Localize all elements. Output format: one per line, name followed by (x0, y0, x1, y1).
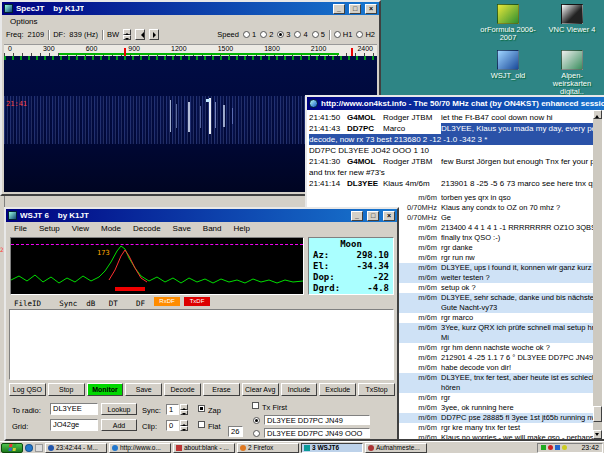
tx2-message-field[interactable]: DL3YEE DD7PC JN49 OOO (264, 428, 370, 438)
radio-icon[interactable] (334, 31, 341, 38)
menu-item[interactable]: Mode (95, 224, 127, 233)
radio-icon[interactable] (243, 31, 250, 38)
desktop-icon-vnc-viewer[interactable]: VNC Viewer 4 (542, 4, 602, 34)
zap-checkbox[interactable] (198, 405, 205, 412)
flat-checkbox[interactable] (198, 421, 205, 428)
radio-icon[interactable] (294, 31, 301, 38)
menu-item[interactable]: View (66, 224, 95, 233)
chat-message-row: 21:41:14 DL3YEE Klaus 4m/6m 213901 8 -25… (309, 178, 593, 189)
wsjt-action-button[interactable]: Erase (203, 383, 240, 396)
scroll-right-button[interactable] (149, 29, 159, 40)
task-button-firefox-group[interactable]: 2 Firefox (237, 443, 299, 453)
motorformula-icon (497, 4, 519, 24)
task-button-chat-browser[interactable]: http://www.o... (109, 443, 171, 453)
minimize-button[interactable]: _ (351, 211, 363, 221)
sync-spinner[interactable] (180, 404, 188, 415)
specjt-titlebar[interactable]: SpecJT by K1JT _ □ × (2, 2, 379, 15)
speed-radio[interactable]: 3 (277, 30, 290, 39)
start-button[interactable] (1, 443, 23, 453)
tray-icon[interactable] (548, 445, 553, 450)
scrollbar-thumb[interactable] (593, 406, 602, 422)
wsjt-titlebar[interactable]: WSJT 6 by K1JT _ □ × (6, 209, 397, 222)
desktop-icon-alpen-karten[interactable]: Alpen-weirskarten digital.. (542, 50, 602, 96)
tray-icon[interactable] (555, 445, 560, 450)
radio-icon[interactable] (260, 31, 267, 38)
maximize-button[interactable]: □ (367, 211, 379, 221)
close-button[interactable]: × (383, 211, 395, 221)
scroll-left-button[interactable] (135, 29, 145, 40)
desktop-icon-label: VNC Viewer 4 (542, 26, 602, 34)
frequency-scale[interactable]: 030060090012001500180021002400 (4, 44, 377, 56)
scroll-down-button[interactable] (593, 430, 602, 439)
desktop-icon-motorformula[interactable]: orFormula 2006-2007 (478, 4, 538, 42)
tx1-radio[interactable] (253, 417, 260, 424)
close-button[interactable]: × (365, 4, 377, 14)
wsjt-action-button[interactable]: Exclude (319, 383, 356, 396)
wsjt-action-button[interactable]: Include (281, 383, 318, 396)
menu-item[interactable]: Save (167, 224, 197, 233)
half-speed-radio[interactable]: H1 (334, 30, 353, 39)
decode-row[interactable]: 213600 2 -12 -1.0 -342 3 * DD7PC DL3YEE … (12, 311, 391, 322)
chat-message-text: rgr danke (441, 243, 593, 253)
bw-spinner[interactable] (123, 29, 131, 40)
scroll-up-button[interactable] (593, 110, 602, 119)
chat-titlebar[interactable]: http://www.on4kst.info - The 50/70 MHz c… (307, 97, 604, 110)
clip-spinner[interactable] (180, 420, 188, 431)
minimize-button[interactable]: _ (333, 4, 345, 14)
maximize-button[interactable]: □ (349, 4, 361, 14)
decode-row[interactable]: 214000 1/3 DD7PC DL3YEE JO42 1 8 (12, 366, 391, 377)
radio-icon[interactable] (277, 31, 284, 38)
wsjt-action-button[interactable]: Clear Avg (242, 383, 279, 396)
decoded-text-area[interactable]: 213600 2 -12 -1.0 -342 3 * DD7PC DL3YEE … (9, 309, 394, 380)
radio-icon[interactable] (312, 31, 319, 38)
decode-row[interactable]: 213600 2 -30 -400 2 RRR ? (12, 322, 391, 333)
menu-item[interactable]: Options (4, 17, 44, 26)
wsjt-action-button[interactable]: TxStop (358, 383, 395, 396)
task-button-about-blank[interactable]: about:blank - ... (173, 443, 235, 453)
chat-scrollbar[interactable] (593, 110, 602, 439)
wsjt-action-button[interactable]: Monitor (87, 383, 124, 396)
menu-item[interactable]: Help (228, 224, 256, 233)
decode-row[interactable] (12, 355, 391, 366)
tx2-radio[interactable] (253, 430, 260, 437)
tray-icon[interactable] (541, 445, 546, 450)
spectrum-graph[interactable]: 173 (10, 237, 304, 295)
grid-field[interactable]: JO42ge (50, 419, 98, 431)
tray-icon[interactable] (562, 445, 567, 450)
show-desktop-icon[interactable] (35, 444, 43, 452)
speed-radio[interactable]: 5 (312, 30, 325, 39)
speed-radio[interactable]: 2 (260, 30, 273, 39)
task-button-wsjt-group[interactable]: 3 WSJT6 (301, 443, 363, 453)
desktop-icon-wsjt-old[interactable]: WSJT_old (478, 50, 538, 80)
browser-page-icon (176, 445, 182, 451)
wsjt-action-button[interactable]: Log QSO (9, 383, 46, 396)
radio-icon[interactable] (356, 31, 363, 38)
menu-item[interactable]: Decode (127, 224, 167, 233)
tx1-message-field[interactable]: DL3YEE DD7PC JN49 (264, 415, 370, 425)
clip-value[interactable]: 0 (166, 420, 179, 431)
ie-quicklaunch-icon[interactable] (25, 444, 33, 452)
wsjt-action-button[interactable]: Save (125, 383, 162, 396)
waterfall-time-marker: 21:41 (6, 100, 27, 108)
decode-row[interactable]: 214000 2 -27 -398 2 73 ? (12, 344, 391, 355)
decode-row[interactable]: 213800 2 -29 -402 3 RRR ? (12, 333, 391, 344)
half-speed-radio[interactable]: H2 (356, 30, 375, 39)
menu-item[interactable]: Setup (33, 224, 66, 233)
scale-label: 2400 (357, 45, 373, 52)
speed-radio[interactable]: 4 (294, 30, 307, 39)
add-button[interactable]: Add (101, 419, 137, 431)
task-button-aufnahme[interactable]: Aufnahmeste... (365, 443, 427, 453)
task-button-label: http://www.o... (120, 444, 161, 451)
chat-title: http://www.on4kst.info - The 50/70 MHz c… (321, 99, 604, 108)
nb-value[interactable]: 26 (228, 426, 243, 437)
menu-item[interactable]: Band (197, 224, 228, 233)
sync-value[interactable]: 1 (166, 404, 179, 415)
to-radio-field[interactable]: DL3YEE (50, 403, 98, 415)
wsjt-action-button[interactable]: Decode (164, 383, 201, 396)
task-button-clock[interactable]: 23:42:44 - M... (45, 443, 107, 453)
speed-radio[interactable]: 1 (243, 30, 256, 39)
lookup-button[interactable]: Lookup (101, 403, 137, 415)
wsjt-action-button[interactable]: Stop (48, 383, 85, 396)
menu-item[interactable]: File (8, 224, 33, 233)
tx-first-checkbox[interactable] (252, 402, 259, 409)
